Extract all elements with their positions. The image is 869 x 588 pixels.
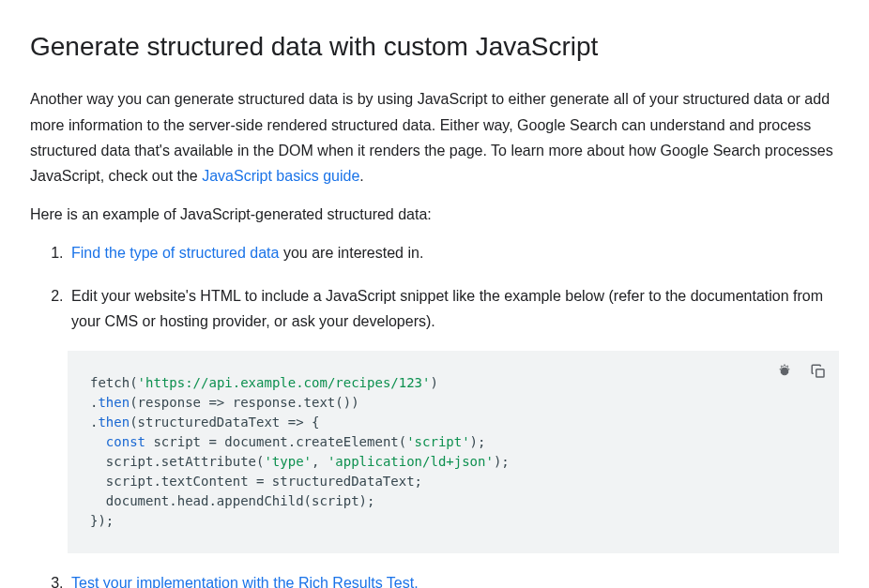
step-2: Edit your website's HTML to include a Ja… [68,283,839,553]
code-token: script.setAttribute( [90,454,264,469]
code-token: script.textContent = structuredDataText; [90,474,422,489]
code-token: , [312,454,328,469]
code-token: 'application/ld+json' [328,454,494,469]
code-toolbar [771,358,831,384]
intro-paragraph: Another way you can generate structured … [30,86,839,188]
section-heading: Generate structured data with custom Jav… [30,30,839,64]
code-token: 'https://api.example.com/recipes/123' [138,375,431,390]
code-token: (structuredDataText => { [130,415,319,430]
intro-text-1: Another way you can generate structured … [30,91,833,184]
step-1: Find the type of structured data you are… [68,240,839,265]
code-token: then [98,395,130,410]
step-2-text: Edit your website's HTML to include a Ja… [71,288,823,329]
code-token: (response => response.text()) [130,395,358,410]
code-token: fetch [90,375,130,390]
code-token: 'type' [264,454,312,469]
step-1-suffix: you are interested in. [279,245,423,261]
code-token: ( [130,375,137,390]
steps-list: Find the type of structured data you are… [30,240,839,588]
code-token: ) [430,375,437,390]
code-token: script = document.createElement( [145,434,406,449]
find-structured-data-link[interactable]: Find the type of structured data [71,245,279,261]
js-basics-guide-link[interactable]: JavaScript basics guide [202,168,359,184]
code-block-wrapper: fetch('https://api.example.com/recipes/1… [68,351,839,553]
code-token: ); [470,434,486,449]
step-3: Test your implementation with the Rich R… [68,570,839,588]
code-token: then [98,415,130,430]
copy-icon[interactable] [805,358,831,384]
code-token [90,434,106,449]
code-token: document.head.appendChild(script); [90,493,374,508]
code-block: fetch('https://api.example.com/recipes/1… [68,351,839,553]
code-token: ); [494,454,510,469]
test-implementation-link[interactable]: Test your implementation with the Rich R… [71,575,419,588]
example-lead-paragraph: Here is an example of JavaScript-generat… [30,202,839,227]
code-token: }); [90,513,114,528]
svg-rect-1 [816,369,824,377]
intro-text-2: . [359,168,363,184]
theme-toggle-icon[interactable] [771,358,798,384]
code-token: 'script' [406,434,469,449]
code-token: const [106,434,145,449]
